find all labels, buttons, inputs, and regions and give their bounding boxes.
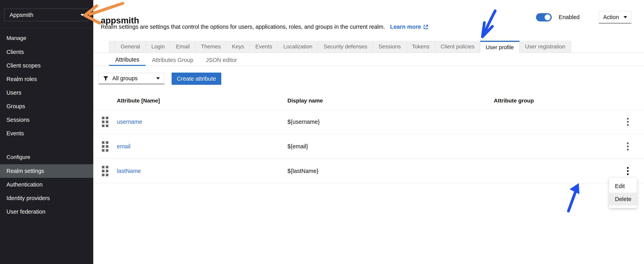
filter-icon (103, 76, 108, 81)
row-kebab-menu-button[interactable] (624, 117, 632, 127)
tab-email[interactable]: Email (170, 41, 195, 53)
drag-handle-icon[interactable] (102, 141, 108, 152)
sidebar-item-authentication[interactable]: Authentication (0, 178, 93, 191)
group-filter-dropdown[interactable]: All groups (98, 73, 164, 84)
table-row: email ${email} (93, 134, 644, 159)
sidebar-divider (0, 28, 93, 28)
enabled-toggle[interactable] (536, 13, 552, 22)
chevron-down-icon (624, 16, 627, 18)
attribute-display-name: ${email} (288, 143, 494, 150)
tab-security-defenses[interactable]: Security defenses (318, 41, 373, 53)
table-row: username ${username} (93, 109, 644, 134)
attribute-display-name: ${lastName} (288, 168, 494, 174)
tabstrip-spacer (109, 41, 115, 53)
nav-gap (0, 140, 93, 150)
sidebar-nav: Manage Clients Client scopes Realm roles… (0, 31, 93, 219)
sidebar-item-events[interactable]: Events (0, 127, 93, 140)
row-kebab-menu-button-open[interactable] (624, 166, 632, 176)
tab-tokens[interactable]: Tokens (406, 41, 435, 53)
attribute-name-link[interactable]: lastName (117, 168, 288, 174)
table-row: lastName ${lastName} (93, 159, 644, 183)
tab-sessions[interactable]: Sessions (373, 41, 406, 53)
sidebar: Appsmith Manage Clients Client scopes Re… (0, 0, 93, 264)
nav-section-configure: Configure (0, 150, 93, 164)
group-filter-value: All groups (112, 75, 138, 82)
sidebar-item-users[interactable]: Users (0, 86, 93, 99)
realm-settings-tabs: General Login Email Themes Keys Events L… (93, 41, 644, 53)
create-attribute-button[interactable]: Create attribute (172, 73, 221, 85)
row-actions-context-menu: Edit Delete (609, 178, 637, 208)
learn-more-link[interactable]: Learn more (390, 24, 429, 30)
drag-handle-icon[interactable] (102, 166, 108, 176)
realm-selector-dropdown[interactable]: Appsmith (4, 9, 88, 21)
tab-user-registration[interactable]: User registration (520, 41, 571, 53)
chevron-down-icon (156, 77, 160, 79)
sidebar-item-client-scopes[interactable]: Client scopes (0, 59, 93, 72)
tab-login[interactable]: Login (146, 41, 170, 53)
main-content: appsmith Realm settings are settings tha… (93, 0, 644, 264)
row-handle-cell (93, 141, 117, 152)
sidebar-item-realm-roles[interactable]: Realm roles (0, 72, 93, 86)
external-link-icon (423, 24, 429, 30)
realm-description: Realm settings are settings that control… (101, 24, 385, 30)
toggle-knob (545, 14, 550, 20)
column-header-attribute-group: Attribute group (494, 98, 624, 104)
column-header-display-name: Display name (288, 98, 494, 104)
table-header-row: Attribute [Name] Display name Attribute … (93, 92, 644, 109)
learn-more-label: Learn more (390, 24, 421, 30)
attribute-name-link[interactable]: email (117, 143, 288, 150)
action-dropdown[interactable]: Action (599, 11, 632, 23)
sidebar-item-realm-settings[interactable]: Realm settings (0, 164, 93, 178)
tab-keys[interactable]: Keys (226, 41, 250, 53)
sidebar-item-sessions[interactable]: Sessions (0, 113, 93, 127)
realm-controls: Enabled Action (536, 11, 632, 23)
sidebar-item-groups[interactable]: Groups (0, 99, 93, 113)
tab-localization[interactable]: Localization (278, 41, 318, 53)
sidebar-item-identity-providers[interactable]: Identity providers (0, 191, 93, 205)
tab-events[interactable]: Events (250, 41, 278, 53)
attribute-display-name: ${username} (288, 119, 494, 125)
realm-description-row: Realm settings are settings that control… (101, 24, 429, 30)
menu-item-delete[interactable]: Delete (609, 193, 637, 206)
subtab-attributes-group[interactable]: Attributes Group (146, 54, 200, 66)
drag-handle-icon[interactable] (102, 117, 108, 127)
row-handle-cell (93, 117, 117, 127)
sidebar-item-user-federation[interactable]: User federation (0, 205, 93, 219)
sidebar-item-clients[interactable]: Clients (0, 45, 93, 59)
tab-user-profile[interactable]: User profile (480, 41, 520, 53)
subtab-attributes[interactable]: Attributes (109, 54, 146, 66)
column-header-attribute-name: Attribute [Name] (117, 98, 288, 104)
enabled-label: Enabled (559, 14, 580, 21)
chevron-down-icon (80, 14, 84, 16)
subtab-json-editor[interactable]: JSON editor (200, 54, 243, 66)
attribute-name-link[interactable]: username (117, 119, 288, 125)
user-profile-subtabs: Attributes Attributes Group JSON editor (93, 54, 644, 66)
tab-themes[interactable]: Themes (195, 41, 226, 53)
row-handle-cell (93, 166, 117, 176)
attributes-table: Attribute [Name] Display name Attribute … (93, 92, 644, 183)
tab-client-policies[interactable]: Client policies (435, 41, 480, 53)
menu-item-edit[interactable]: Edit (609, 180, 637, 193)
tab-general[interactable]: General (115, 41, 146, 53)
realm-selector-label: Appsmith (10, 12, 34, 18)
row-kebab-menu-button[interactable] (624, 141, 632, 152)
action-label: Action (603, 14, 619, 21)
nav-section-manage: Manage (0, 31, 93, 45)
